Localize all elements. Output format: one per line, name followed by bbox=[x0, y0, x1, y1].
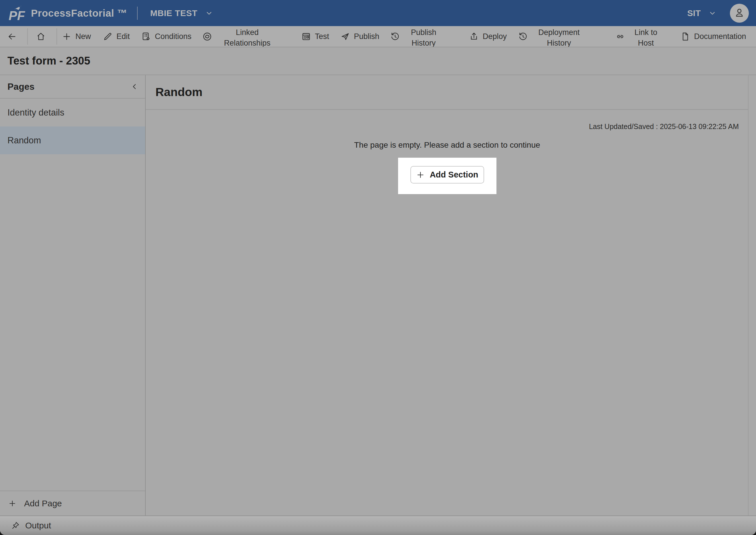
command-toolbar: NewEditConditionsLinked RelationshipsTes… bbox=[0, 26, 756, 47]
top-app-bar: PF ProcessFactorial ™ MBIE TEST SIT bbox=[0, 0, 756, 26]
toolbar-edit-label: Edit bbox=[116, 32, 130, 41]
topbar-right: SIT bbox=[687, 4, 749, 23]
form-title: Test form - 2305 bbox=[8, 55, 90, 67]
toolbar-publish-history-button[interactable]: Publish History bbox=[390, 26, 443, 47]
person-icon bbox=[733, 6, 746, 20]
link-icon bbox=[615, 32, 625, 42]
page-heading: Random bbox=[156, 85, 202, 99]
collapse-sidebar-button[interactable] bbox=[130, 82, 139, 91]
toolbar-link-to-host-button[interactable]: Link to Host bbox=[615, 26, 663, 47]
sidebar-empty-space bbox=[0, 154, 145, 491]
toolbar-documentation-button[interactable]: Documentation bbox=[680, 26, 746, 47]
add-section-label: Add Section bbox=[430, 170, 478, 180]
app-window: PF ProcessFactorial ™ MBIE TEST SIT bbox=[0, 0, 756, 535]
chevron-down-icon bbox=[708, 9, 717, 17]
plus-icon bbox=[62, 32, 72, 42]
add-page-button[interactable]: Add Page bbox=[0, 491, 145, 516]
output-label: Output bbox=[25, 521, 51, 530]
user-avatar-button[interactable] bbox=[730, 4, 749, 23]
toolbar-deployment-history-label: Deployment History bbox=[532, 26, 586, 47]
toolbar-publish-button[interactable]: Publish bbox=[340, 26, 379, 47]
document-icon bbox=[680, 32, 690, 42]
toolbar-new-label: New bbox=[75, 32, 91, 41]
page-item-label: Random bbox=[8, 135, 41, 146]
pages-header-label: Pages bbox=[8, 81, 130, 92]
toolbar-divider bbox=[56, 28, 57, 45]
toolbar-back-button[interactable] bbox=[7, 26, 17, 47]
environment-name: SIT bbox=[687, 8, 701, 18]
toolbar-linked-relationships-button[interactable]: Linked Relationships bbox=[202, 26, 278, 47]
toolbar-test-button[interactable]: Test bbox=[301, 26, 329, 47]
toolbar-publish-label: Publish bbox=[354, 32, 379, 41]
pin-icon bbox=[11, 521, 20, 530]
empty-page-message: The page is empty. Please add a section … bbox=[146, 140, 748, 150]
processfactorial-logo-icon: PF bbox=[9, 4, 25, 22]
environment-dropdown[interactable]: SIT bbox=[687, 8, 717, 18]
plus-icon bbox=[416, 170, 425, 180]
conditions-icon bbox=[141, 32, 151, 42]
toolbar-test-label: Test bbox=[315, 32, 329, 41]
toolbar-new-button[interactable]: New bbox=[62, 26, 91, 47]
toolbar-conditions-label: Conditions bbox=[155, 32, 191, 41]
test-form-icon bbox=[301, 32, 311, 42]
pages-sidebar-header: Pages bbox=[0, 75, 145, 99]
add-page-label: Add Page bbox=[24, 498, 62, 508]
brand: PF ProcessFactorial ™ bbox=[9, 4, 127, 22]
page-editor-main: Random Last Updated/Saved : 2025-06-13 0… bbox=[146, 75, 756, 516]
pencil-icon bbox=[103, 32, 113, 42]
toolbar-link-to-host-label: Link to Host bbox=[629, 26, 663, 47]
toolbar-home-button[interactable] bbox=[36, 26, 46, 47]
add-section-button[interactable]: Add Section bbox=[410, 166, 484, 183]
pages-sidebar: Pages Identity detailsRandom Add Page bbox=[0, 75, 146, 516]
page-list: Identity detailsRandom bbox=[0, 99, 145, 154]
form-title-bar: Test form - 2305 bbox=[0, 47, 756, 75]
workspace-name: MBIE TEST bbox=[150, 8, 198, 18]
svg-text:PF: PF bbox=[9, 9, 25, 22]
back-arrow-icon bbox=[7, 32, 17, 42]
page-item-label: Identity details bbox=[8, 107, 64, 118]
sidebar-item-random[interactable]: Random bbox=[0, 127, 145, 154]
toolbar-documentation-label: Documentation bbox=[694, 32, 746, 41]
toolbar-deployment-history-button[interactable]: Deployment History bbox=[518, 26, 586, 47]
workspace-dropdown[interactable]: MBIE TEST bbox=[150, 8, 214, 18]
plus-icon bbox=[8, 499, 16, 508]
last-updated-text: Last Updated/Saved : 2025-06-13 09:22:25… bbox=[146, 110, 748, 131]
page-heading-row: Random bbox=[146, 75, 748, 110]
send-icon bbox=[340, 32, 350, 42]
history-icon bbox=[518, 32, 528, 42]
toolbar-linked-relationships-label: Linked Relationships bbox=[216, 26, 278, 47]
history-icon bbox=[390, 32, 400, 42]
home-icon bbox=[36, 32, 46, 42]
toolbar-deploy-button[interactable]: Deploy bbox=[469, 26, 507, 47]
linked-relationships-icon bbox=[202, 32, 212, 42]
toolbar-conditions-button[interactable]: Conditions bbox=[141, 26, 191, 47]
brand-name: ProcessFactorial ™ bbox=[31, 8, 127, 19]
page-canvas: Last Updated/Saved : 2025-06-13 09:22:25… bbox=[146, 110, 748, 516]
topbar-divider bbox=[137, 7, 138, 20]
output-bar[interactable]: Output bbox=[0, 516, 756, 535]
chevron-down-icon bbox=[205, 9, 213, 17]
toolbar-publish-history-label: Publish History bbox=[404, 26, 443, 47]
sidebar-item-identity-details[interactable]: Identity details bbox=[0, 99, 145, 127]
toolbar-divider bbox=[27, 28, 28, 45]
toolbar-edit-button[interactable]: Edit bbox=[103, 26, 130, 47]
content-right-border bbox=[748, 75, 748, 516]
toolbar-deploy-label: Deploy bbox=[483, 32, 507, 41]
spotlight-highlight: Add Section bbox=[398, 158, 496, 194]
upload-icon bbox=[469, 32, 479, 42]
